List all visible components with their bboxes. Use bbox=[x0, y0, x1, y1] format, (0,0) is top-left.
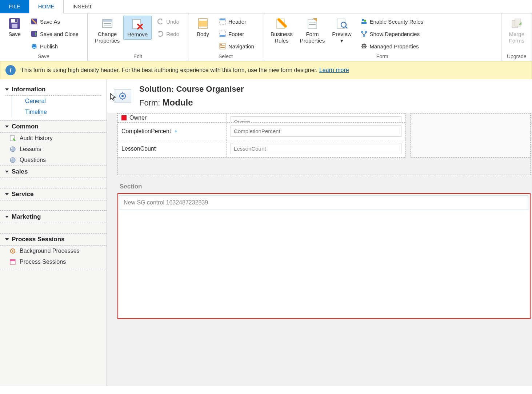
body-button[interactable]: Body bbox=[192, 16, 214, 39]
show-dependencies-button[interactable]: Show Dependencies bbox=[357, 29, 427, 39]
field-row-completion[interactable]: CompletionPercent+ bbox=[118, 122, 405, 140]
save-close-label: Save and Close bbox=[40, 31, 79, 37]
save-icon bbox=[8, 17, 21, 30]
undo-button[interactable]: Undo bbox=[154, 16, 182, 27]
body-label: Body bbox=[197, 31, 209, 37]
save-close-icon bbox=[31, 30, 38, 37]
owner-field-label: Owner bbox=[129, 115, 147, 121]
navigation-button[interactable]: Navigation bbox=[216, 41, 257, 51]
field-row-owner[interactable]: Owner bbox=[118, 114, 405, 122]
required-marker-icon bbox=[121, 115, 127, 120]
business-rules-button[interactable]: Business Rules bbox=[267, 16, 296, 45]
lessoncount-input[interactable] bbox=[231, 143, 401, 154]
form-title: Form: Module bbox=[139, 97, 244, 108]
redo-icon bbox=[157, 30, 164, 37]
svg-point-39 bbox=[10, 147, 15, 152]
save-as-button[interactable]: Save As bbox=[28, 16, 81, 27]
save-button[interactable]: Save bbox=[4, 16, 25, 39]
save-as-label: Save As bbox=[40, 19, 60, 25]
svg-point-28 bbox=[362, 19, 364, 21]
ribbon-group-edit: Change Properties Remove Undo bbox=[88, 13, 188, 61]
publish-button[interactable]: Publish bbox=[28, 41, 81, 51]
process-sessions-icon bbox=[9, 259, 16, 265]
learn-more-link[interactable]: Learn more bbox=[319, 67, 349, 73]
form-canvas: Solution: Course Organiser Form: Module … bbox=[107, 79, 532, 386]
ribbon-tab-bar: FILE HOME INSERT bbox=[0, 0, 532, 13]
ribbon-group-save: Save Save As Save and Close bbox=[0, 13, 88, 61]
change-properties-label: Change Properties bbox=[95, 31, 120, 44]
svg-rect-21 bbox=[220, 47, 225, 48]
nav-section-information[interactable]: Information bbox=[5, 84, 101, 96]
merge-forms-button[interactable]: Merge Forms bbox=[505, 16, 528, 45]
enable-security-button[interactable]: Enable Security Roles bbox=[357, 16, 427, 27]
svg-rect-31 bbox=[361, 31, 363, 33]
left-nav: Information General Timeline Common Audi… bbox=[0, 79, 107, 386]
footer-icon bbox=[219, 30, 226, 37]
tab-home[interactable]: HOME bbox=[29, 0, 64, 13]
redo-button[interactable]: Redo bbox=[154, 29, 182, 39]
nav-section-common[interactable]: Common bbox=[0, 120, 107, 133]
canvas-header: Solution: Course Organiser Form: Module bbox=[107, 79, 532, 113]
nav-section-marketing[interactable]: Marketing bbox=[0, 211, 107, 223]
header-icon bbox=[219, 18, 226, 25]
form-entity-icon bbox=[114, 89, 131, 103]
nav-section-service[interactable]: Service bbox=[0, 188, 107, 200]
info-icon: i bbox=[5, 65, 16, 75]
field-row-lessoncount[interactable]: LessonCount bbox=[118, 140, 405, 157]
remove-button[interactable]: Remove bbox=[123, 16, 152, 40]
svg-point-40 bbox=[11, 147, 12, 149]
completion-input[interactable] bbox=[231, 126, 401, 137]
nav-link-process-sessions[interactable]: Process Sessions bbox=[0, 256, 107, 267]
dependencies-icon bbox=[360, 30, 368, 37]
form-properties-label: Form Properties bbox=[300, 31, 325, 44]
business-rules-icon bbox=[275, 17, 288, 30]
svg-rect-24 bbox=[309, 23, 316, 23]
gear-icon bbox=[360, 43, 368, 50]
publish-label: Publish bbox=[40, 43, 58, 49]
svg-rect-30 bbox=[361, 22, 367, 24]
show-dependencies-label: Show Dependencies bbox=[370, 31, 420, 37]
info-bar: i This form is using high density header… bbox=[0, 61, 532, 79]
save-label: Save bbox=[8, 31, 21, 37]
svg-rect-2 bbox=[12, 24, 17, 28]
managed-properties-label: Managed Properties bbox=[370, 43, 419, 49]
ribbon-group-edit-label: Edit bbox=[88, 53, 188, 61]
svg-point-29 bbox=[364, 20, 366, 22]
background-processes-icon bbox=[9, 248, 16, 254]
nav-link-lessons[interactable]: Lessons bbox=[0, 144, 107, 155]
svg-point-41 bbox=[10, 158, 15, 163]
ribbon-group-form: Business Rules Form Properties Preview▾ bbox=[263, 13, 502, 61]
nav-link-background-processes[interactable]: Background Processes bbox=[0, 246, 107, 256]
form-properties-button[interactable]: Form Properties bbox=[296, 16, 328, 45]
subgrid-control[interactable]: New SG control 1632487232839 bbox=[117, 193, 531, 319]
nav-link-general[interactable]: General bbox=[16, 96, 101, 107]
redo-label: Redo bbox=[166, 31, 179, 37]
nav-link-timeline[interactable]: Timeline bbox=[16, 107, 101, 118]
field-grid: Owner CompletionPercent+ LessonCount bbox=[117, 113, 405, 158]
footer-button[interactable]: Footer bbox=[216, 29, 257, 39]
managed-properties-button[interactable]: Managed Properties bbox=[357, 41, 427, 51]
side-column[interactable] bbox=[411, 113, 531, 158]
subgrid-caption: New SG control 1632487232839 bbox=[124, 199, 524, 206]
save-as-icon bbox=[31, 18, 38, 25]
svg-point-48 bbox=[121, 95, 124, 97]
nav-section-process-sessions[interactable]: Process Sessions bbox=[0, 233, 107, 246]
svg-rect-10 bbox=[104, 25, 111, 25]
body-icon bbox=[196, 17, 209, 30]
change-properties-button[interactable]: Change Properties bbox=[91, 16, 123, 45]
plus-indicator-icon: + bbox=[175, 129, 177, 134]
nav-section-sales[interactable]: Sales bbox=[0, 166, 107, 178]
preview-button[interactable]: Preview▾ bbox=[328, 16, 355, 45]
ribbon-group-select: Body Header Footer bbox=[188, 13, 263, 61]
ribbon-group-upgrade-label: Upgrade bbox=[501, 53, 532, 61]
ribbon-group-upgrade: Merge Forms Upgrade bbox=[501, 13, 532, 61]
nav-link-audit-history[interactable]: Audit History bbox=[0, 133, 107, 144]
tab-insert[interactable]: INSERT bbox=[64, 0, 101, 13]
tab-file[interactable]: FILE bbox=[0, 0, 29, 13]
svg-rect-37 bbox=[515, 19, 521, 26]
save-and-close-button[interactable]: Save and Close bbox=[28, 29, 81, 39]
ribbon-group-save-label: Save bbox=[0, 53, 87, 61]
nav-link-questions[interactable]: Questions bbox=[0, 155, 107, 166]
header-button[interactable]: Header bbox=[216, 16, 257, 27]
owner-input[interactable] bbox=[231, 116, 401, 122]
